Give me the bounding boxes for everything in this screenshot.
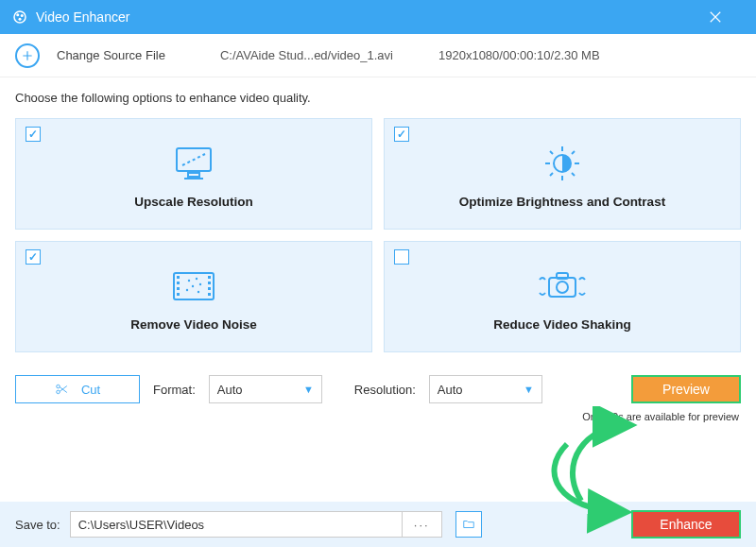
- card-upscale-resolution[interactable]: Upscale Resolution: [15, 118, 372, 230]
- svg-line-13: [550, 151, 553, 154]
- cut-button[interactable]: Cut: [15, 375, 140, 403]
- checkbox-noise[interactable]: [26, 249, 41, 265]
- browse-button[interactable]: ···: [403, 511, 442, 538]
- card-label: Optimize Brightness and Contrast: [459, 195, 665, 209]
- save-path-value: C:\Users\USER\Videos: [78, 518, 204, 532]
- svg-rect-23: [208, 282, 211, 284]
- svg-line-5: [182, 154, 205, 165]
- svg-line-37: [60, 387, 67, 393]
- source-meta: 1920x1080/00:00:10/2.30 MB: [438, 48, 600, 62]
- app-icon: [11, 9, 28, 26]
- svg-line-14: [572, 173, 575, 176]
- app-title: Video Enhancer: [36, 9, 129, 25]
- checkbox-brightness[interactable]: [394, 127, 409, 142]
- format-value: Auto: [217, 383, 243, 397]
- enhance-button[interactable]: Enhance: [631, 510, 741, 538]
- open-folder-button[interactable]: [455, 511, 482, 538]
- svg-point-26: [188, 279, 190, 281]
- card-reduce-shaking[interactable]: Reduce Video Shaking: [384, 241, 741, 352]
- card-optimize-brightness[interactable]: Optimize Brightness and Contrast: [384, 118, 741, 230]
- svg-rect-22: [208, 276, 211, 279]
- close-button[interactable]: [707, 9, 745, 26]
- svg-rect-21: [177, 293, 180, 296]
- enhance-label: Enhance: [660, 517, 712, 532]
- svg-rect-20: [177, 287, 180, 290]
- save-row: Save to: C:\Users\USER\Videos ··· Enhanc…: [0, 502, 756, 547]
- cut-label: Cut: [81, 383, 100, 397]
- filmstrip-icon: [170, 263, 217, 310]
- preview-note: Only 10s are available for preview: [582, 411, 739, 422]
- source-row: Change Source File C:/AVAide Stud...ed/v…: [0, 34, 756, 77]
- svg-rect-33: [557, 273, 568, 279]
- format-label: Format:: [153, 383, 196, 397]
- save-path-input[interactable]: C:\Users\USER\Videos: [70, 511, 403, 538]
- save-to-label: Save to:: [15, 518, 60, 532]
- chevron-down-icon: ▼: [524, 384, 534, 395]
- resolution-dropdown[interactable]: Auto ▼: [429, 375, 542, 403]
- upscale-icon: [171, 140, 216, 187]
- chevron-down-icon: ▼: [303, 384, 314, 395]
- svg-rect-19: [177, 282, 180, 284]
- controls-row: Cut Format: Auto ▼ Resolution: Auto ▼ Pr…: [15, 375, 741, 411]
- svg-rect-25: [208, 293, 211, 296]
- brightness-icon: [540, 140, 585, 187]
- preview-button[interactable]: Preview: [631, 375, 741, 403]
- svg-line-16: [572, 151, 575, 154]
- svg-line-15: [550, 173, 553, 176]
- svg-rect-24: [208, 287, 211, 290]
- svg-point-30: [186, 288, 188, 290]
- scissors-icon: [55, 383, 68, 396]
- svg-point-31: [198, 290, 199, 292]
- checkbox-upscale[interactable]: [26, 127, 41, 142]
- preview-label: Preview: [662, 382, 710, 397]
- svg-point-27: [196, 277, 198, 279]
- svg-point-29: [199, 282, 201, 284]
- options-grid: Upscale Resolution Optimize Brightness a…: [15, 118, 741, 352]
- card-label: Upscale Resolution: [134, 195, 252, 209]
- svg-point-36: [57, 390, 60, 394]
- card-label: Reduce Video Shaking: [493, 317, 630, 332]
- svg-rect-18: [177, 276, 180, 279]
- checkbox-shaking[interactable]: [394, 249, 409, 265]
- change-source-button[interactable]: [15, 43, 40, 68]
- folder-icon: [461, 518, 476, 531]
- svg-point-1: [16, 13, 19, 16]
- svg-point-34: [557, 282, 568, 293]
- svg-point-0: [14, 11, 26, 23]
- camera-shake-icon: [536, 263, 589, 310]
- card-remove-noise[interactable]: Remove Video Noise: [15, 241, 372, 352]
- change-source-label[interactable]: Change Source File: [57, 48, 165, 62]
- card-label: Remove Video Noise: [130, 317, 256, 332]
- svg-rect-6: [188, 173, 199, 177]
- instruction-text: Choose the following options to enhance …: [15, 91, 741, 105]
- resolution-value: Auto: [438, 383, 463, 397]
- format-dropdown[interactable]: Auto ▼: [209, 375, 322, 403]
- svg-point-2: [21, 14, 24, 17]
- resolution-label: Resolution:: [354, 383, 416, 397]
- titlebar: Video Enhancer: [0, 0, 756, 34]
- svg-point-28: [192, 284, 194, 286]
- source-path: C:/AVAide Stud...ed/video_1.avi: [220, 48, 393, 62]
- svg-point-3: [19, 18, 22, 21]
- svg-point-35: [57, 385, 60, 388]
- svg-line-38: [60, 386, 67, 392]
